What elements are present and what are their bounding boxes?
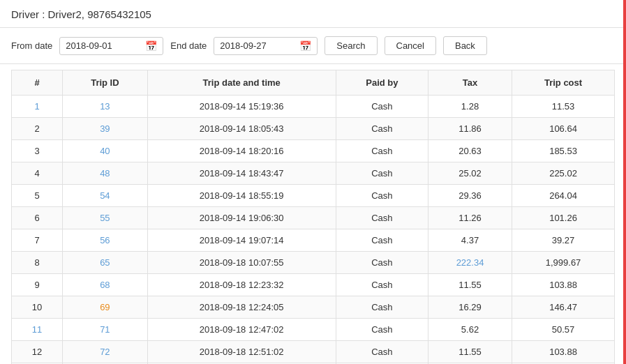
cell-trip-id[interactable]: 56 [63, 229, 147, 252]
cell-num: 9 [12, 274, 63, 296]
table-container: # Trip ID Trip date and time Paid by Tax… [0, 64, 626, 364]
cell-datetime: 2018-09-18 12:24:05 [147, 296, 336, 319]
cell-paid-by: Cash [336, 207, 428, 229]
trips-table: # Trip ID Trip date and time Paid by Tax… [11, 70, 615, 364]
table-row: 12722018-09-18 12:51:02Cash11.55103.88 [12, 341, 615, 363]
cell-num: 3 [12, 140, 63, 162]
cell-tax: 11.55 [428, 274, 512, 296]
cell-num: 2 [12, 118, 63, 140]
cell-paid-by: Cash [336, 296, 428, 319]
cell-tax: 1.28 [428, 96, 512, 118]
cell-datetime: 2018-09-14 18:05:43 [147, 118, 336, 140]
cell-trip-cost: 225.02 [512, 162, 615, 185]
cell-paid-by: Cash [336, 140, 428, 162]
cell-trip-cost: 106.64 [512, 118, 615, 140]
table-row: 8652018-09-18 10:07:55Cash222.341,999.67 [12, 252, 615, 274]
cell-trip-id[interactable]: 55 [63, 207, 147, 229]
cell-datetime: 2018-09-18 12:47:02 [147, 319, 336, 341]
cell-trip-cost: 146.47 [512, 296, 615, 319]
cell-tax: 4.37 [428, 229, 512, 252]
cancel-button[interactable]: Cancel [385, 36, 436, 55]
cell-trip-id[interactable]: 40 [63, 140, 147, 162]
col-header-tax: Tax [428, 70, 512, 96]
cell-datetime: 2018-09-14 18:43:47 [147, 162, 336, 185]
cell-trip-id[interactable]: 39 [63, 118, 147, 140]
table-row: 7562018-09-14 19:07:14Cash4.3739.27 [12, 229, 615, 252]
cell-paid-by: Cash [336, 96, 428, 118]
cell-num: 8 [12, 252, 63, 274]
table-row: 1132018-09-14 15:19:36Cash1.2811.53 [12, 96, 615, 118]
col-header-trip-cost: Trip cost [512, 70, 615, 96]
cell-datetime: 2018-09-18 12:23:32 [147, 274, 336, 296]
cell-num: 5 [12, 185, 63, 207]
scroll-indicator[interactable] [623, 0, 626, 364]
cell-datetime: 2018-09-14 15:19:36 [147, 96, 336, 118]
cell-datetime: 2018-09-14 19:06:30 [147, 207, 336, 229]
end-date-label: End date [170, 40, 207, 51]
cell-datetime: 2018-09-18 10:07:55 [147, 252, 336, 274]
from-date-input-wrapper[interactable]: 📅 [59, 37, 163, 55]
cell-trip-id[interactable]: 54 [63, 185, 147, 207]
cell-tax: 222.34 [428, 252, 512, 274]
cell-num: 10 [12, 296, 63, 319]
cell-trip-id[interactable]: 69 [63, 296, 147, 319]
cell-num[interactable]: 11 [12, 319, 63, 341]
cell-trip-id[interactable]: 71 [63, 319, 147, 341]
cell-trip-id[interactable]: 13 [63, 96, 147, 118]
cell-paid-by: Cash [336, 229, 428, 252]
cell-trip-cost: 39.27 [512, 229, 615, 252]
cell-tax: 16.29 [428, 296, 512, 319]
cell-tax: 11.26 [428, 207, 512, 229]
from-date-input[interactable] [66, 40, 142, 51]
search-button[interactable]: Search [325, 36, 377, 55]
col-header-datetime: Trip date and time [147, 70, 336, 96]
cell-trip-cost: 103.88 [512, 274, 615, 296]
cell-datetime: 2018-09-14 18:55:19 [147, 185, 336, 207]
cell-paid-by: Cash [336, 162, 428, 185]
cell-trip-id[interactable]: 48 [63, 162, 147, 185]
cell-tax: 5.62 [428, 319, 512, 341]
cell-trip-cost: 264.04 [512, 185, 615, 207]
cell-trip-cost: 185.53 [512, 140, 615, 162]
cell-tax: 11.86 [428, 118, 512, 140]
cell-tax: 20.63 [428, 140, 512, 162]
cell-num: 7 [12, 229, 63, 252]
cell-trip-cost: 101.26 [512, 207, 615, 229]
cell-tax: 29.36 [428, 185, 512, 207]
cell-num[interactable]: 1 [12, 96, 63, 118]
from-date-label: From date [11, 40, 52, 51]
table-row: 9682018-09-18 12:23:32Cash11.55103.88 [12, 274, 615, 296]
cell-paid-by: Cash [336, 319, 428, 341]
cell-tax: 11.55 [428, 341, 512, 363]
end-date-input-wrapper[interactable]: 📅 [214, 37, 318, 55]
cell-datetime: 2018-09-14 18:20:16 [147, 140, 336, 162]
cell-trip-cost: 11.53 [512, 96, 615, 118]
cell-paid-by: Cash [336, 118, 428, 140]
table-row: 11712018-09-18 12:47:02Cash5.6250.57 [12, 319, 615, 341]
col-header-paid-by: Paid by [336, 70, 428, 96]
table-row: 5542018-09-14 18:55:19Cash29.36264.04 [12, 185, 615, 207]
cell-num: 6 [12, 207, 63, 229]
cell-trip-id[interactable]: 65 [63, 252, 147, 274]
cell-trip-cost: 1,999.67 [512, 252, 615, 274]
cell-paid-by: Cash [336, 274, 428, 296]
cell-trip-cost: 50.57 [512, 319, 615, 341]
cell-datetime: 2018-09-14 19:07:14 [147, 229, 336, 252]
toolbar: From date 📅 End date 📅 Search Cancel Bac… [0, 28, 626, 64]
cell-trip-id[interactable]: 68 [63, 274, 147, 296]
cell-datetime: 2018-09-18 12:51:02 [147, 341, 336, 363]
cell-num: 12 [12, 341, 63, 363]
col-header-trip-id: Trip ID [63, 70, 147, 96]
end-date-calendar-icon[interactable]: 📅 [299, 40, 311, 52]
cell-paid-by: Cash [336, 341, 428, 363]
table-row: 3402018-09-14 18:20:16Cash20.63185.53 [12, 140, 615, 162]
cell-trip-cost: 103.88 [512, 341, 615, 363]
cell-trip-id[interactable]: 72 [63, 341, 147, 363]
from-date-calendar-icon[interactable]: 📅 [145, 40, 157, 52]
cell-tax: 25.02 [428, 162, 512, 185]
table-row: 10692018-09-18 12:24:05Cash16.29146.47 [12, 296, 615, 319]
table-row: 2392018-09-14 18:05:43Cash11.86106.64 [12, 118, 615, 140]
end-date-input[interactable] [220, 40, 297, 51]
back-button[interactable]: Back [443, 36, 487, 55]
page-header: Driver : Driver2, 98765432105 [0, 0, 626, 28]
